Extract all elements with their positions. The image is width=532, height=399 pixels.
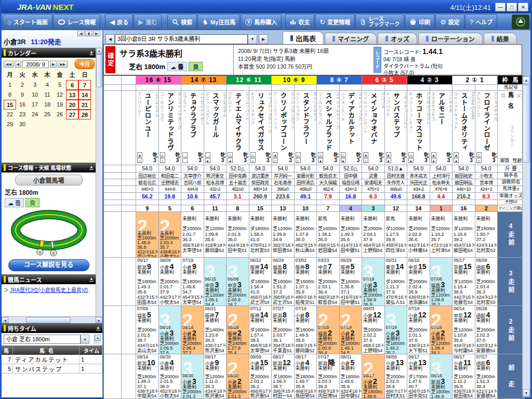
calendar-day[interactable]: 19 [54, 100, 66, 110]
calendar-prev-year-button[interactable]: ◀◀ [4, 61, 14, 68]
settings-button[interactable]: ⚙設定 [435, 14, 464, 30]
mochitime-row[interactable]: 5サンバステップ1 [2, 364, 102, 374]
horse-name-cell[interactable]: スペシャルウィークスペシャルブラッドワールドブラッド△▲牝3 [317, 91, 340, 165]
calendar-day[interactable]: 5 [54, 80, 66, 90]
calendar-day[interactable]: 9 [16, 90, 29, 100]
horse-name-cell[interactable]: クロフネメイショウオバナウイルトンクレセント▲△牝3 [362, 91, 385, 165]
race-bookmark-button[interactable]: レースブックマーク [355, 14, 404, 30]
calendar-day[interactable]: 3 [29, 80, 41, 90]
balance-button[interactable]: 収支 [285, 14, 314, 30]
calendar-prev-month-button[interactable]: ◀ [15, 61, 21, 68]
calendar-day[interactable]: 28 [78, 110, 91, 119]
scroll-up-icon[interactable]: ▲ [95, 335, 101, 341]
scroll-right-icon[interactable]: ▶ [96, 317, 102, 323]
scroll-up-icon[interactable]: ▲ [523, 76, 530, 84]
calendar-day[interactable]: 29 [4, 119, 16, 129]
side-prev-button[interactable]: ◀ [77, 31, 85, 36]
calendar-day[interactable]: 11 [41, 90, 54, 100]
horse-name-cell[interactable]: マヤノトップガンディアカルテットシフォンケーキ△▲牝3 [340, 91, 363, 165]
this-month-button[interactable]: 今月 [75, 59, 95, 69]
calendar-day[interactable]: 10 [29, 90, 41, 100]
calendar-day[interactable]: 6 [66, 80, 78, 90]
horse-name-cell[interactable]: マリエンバードテイエムマイサクラアナロイド△▲牝3 [227, 91, 249, 165]
tab-結果[interactable]: 結果 [484, 33, 517, 44]
buy-ticket-button[interactable]: ¥馬券購入 [241, 14, 282, 30]
news-link[interactable]: ＞JRA歴代3位(小倉競馬史上最高)の [4, 286, 94, 294]
calendar-day[interactable]: 23 [16, 110, 29, 119]
tab-出馬表[interactable]: 出馬表 [283, 31, 324, 44]
calendar-next-month-button[interactable]: ▶ [50, 61, 57, 68]
tab-マイニング[interactable]: マイニング [325, 33, 377, 44]
calendar-day[interactable]: 17 [29, 100, 41, 110]
horse-name-cell[interactable]: フサイチコンコルドサンバステップトップバナナ▲▲牝3 [385, 91, 408, 165]
scroll-up-icon[interactable]: ▲ [96, 48, 102, 54]
start-screen-button[interactable]: ⌂スタート画面 [3, 14, 52, 30]
calendar-day[interactable]: 21 [78, 100, 91, 110]
tab-ローテーション[interactable]: ローテーション [418, 33, 483, 44]
course-section-header[interactable]: コース情報・天候 馬場状態 ▲ [2, 163, 96, 172]
calendar-day[interactable]: 4 [41, 80, 54, 90]
dropdown-arrow-icon[interactable]: ▼ [81, 335, 89, 344]
calendar-day[interactable]: 22 [4, 110, 16, 119]
side-next-button[interactable]: ▶ [93, 31, 100, 36]
tab-オッズ[interactable]: オッズ [378, 33, 417, 44]
news-section-header[interactable]: 競馬ニュース ▲ [2, 274, 96, 284]
calendar-day[interactable]: 27 [66, 110, 78, 119]
my-horses-button[interactable]: ♞My注目馬 [197, 14, 240, 30]
calendar-section-header[interactable]: カレンダー ▲ [2, 48, 96, 58]
collapse-icon[interactable]: ▲ [96, 326, 100, 330]
calendar-day[interactable]: 25 [41, 110, 54, 119]
mochitime-scrollbar[interactable]: ▲ [94, 335, 101, 344]
calendar-day[interactable]: 7 [78, 80, 91, 90]
calendar-day[interactable]: 12 [54, 90, 66, 100]
horse-name-cell[interactable]: フジキセキアルモニータカオサクセス▲▲牝3 [430, 91, 453, 165]
calendar-day[interactable]: 1 [4, 80, 16, 90]
horse-name-cell[interactable]: エアエミネムスマックガールマニッシュガール▲牝3 [204, 91, 227, 165]
mochitime-row[interactable]: 7ディアカルテット1 [2, 355, 102, 364]
course-guide-button[interactable]: コース解説を見る [8, 259, 89, 271]
minimize-button[interactable]: — [495, 3, 506, 11]
sidebar-vertical-scrollbar[interactable]: ▲ [96, 48, 102, 316]
calendar-day[interactable]: 30 [16, 119, 29, 129]
main-vertical-scrollbar[interactable]: ▲ ▼ [522, 76, 530, 397]
horse-name-cell[interactable]: キャプテンスティーヴリュウセイペガサスキクノフォタップ△△牝3 [249, 91, 272, 165]
search-button[interactable]: 検索 [167, 14, 197, 30]
race-dropdown-button[interactable]: ▼ [248, 34, 257, 44]
back-button[interactable]: ◀戻る [105, 14, 133, 30]
calendar-day[interactable]: 13 [66, 90, 78, 100]
race-next-button[interactable]: ▶ [259, 34, 268, 44]
horse-name-cell[interactable]: ダイワテキサススタンドフラワーイシノショウジ△△牝3 [295, 91, 317, 165]
calendar-next-year-button[interactable]: ▶▶ [58, 61, 68, 68]
help-button[interactable]: ?ヘルプ [465, 14, 497, 30]
calendar-day[interactable]: 2 [16, 80, 29, 90]
horse-name-cell[interactable]: マンハッタンカフェクリノポップコーンアーリーウィッシュ▲△牝3 [272, 91, 295, 165]
mochitime-section-header[interactable]: 持ちタイム ▲ [2, 323, 102, 333]
race-selector[interactable]: 3回小倉8日 3R サラ系3歳未勝利 [115, 34, 248, 44]
scrollbar-thumb[interactable] [523, 85, 530, 163]
calendar-day[interactable]: 15 [4, 100, 16, 110]
race-prev-button[interactable]: ◀ [105, 34, 115, 44]
horse-name-cell[interactable]: トウカイテイオーチョウラブラブラブライト牝3 [181, 91, 204, 165]
print-button[interactable]: 印刷 [405, 14, 435, 30]
calendar-day[interactable]: 18 [41, 100, 54, 110]
calendar-day[interactable]: 16 [16, 100, 29, 110]
scroll-left-icon[interactable]: ◀ [2, 317, 8, 323]
race-info-button[interactable]: レース情報 [53, 14, 100, 30]
scrollbar-thumb[interactable] [26, 317, 71, 323]
collapse-icon[interactable]: ▲ [89, 50, 94, 55]
horse-name-cell[interactable]: Elusive Qualityストームクオリティウイングドキャット▲▲牝3 [453, 91, 475, 165]
calendar-day[interactable]: 14 [78, 90, 91, 100]
calendar-day[interactable]: 24 [29, 110, 41, 119]
sidebar-horizontal-scrollbar[interactable]: ◀ ▶ [2, 316, 102, 323]
horse-name-cell[interactable]: アグネスフライトホッコーマスコットホッコーフューチャー△▲牝3 [407, 91, 430, 165]
maximize-button[interactable]: □ [507, 3, 517, 11]
horse-name-cell[interactable]: エアエミネムユーピロンユーアンバーユー▲△牝3 [136, 91, 159, 165]
collapse-icon[interactable]: ▲ [89, 165, 94, 170]
calendar-day[interactable]: 8 [4, 90, 16, 100]
scrollbar-thumb[interactable] [96, 54, 102, 87]
horse-name-cell[interactable]: アドマイヤベガフロイラインローゼアルバローズ△△牝3 [475, 91, 498, 165]
change-info-button[interactable]: ↻変更情報 [315, 14, 355, 30]
side-pin-button[interactable]: ▮ [85, 31, 92, 36]
scroll-down-icon[interactable]: ▼ [523, 389, 530, 397]
calendar-day[interactable]: 20 [66, 100, 78, 110]
